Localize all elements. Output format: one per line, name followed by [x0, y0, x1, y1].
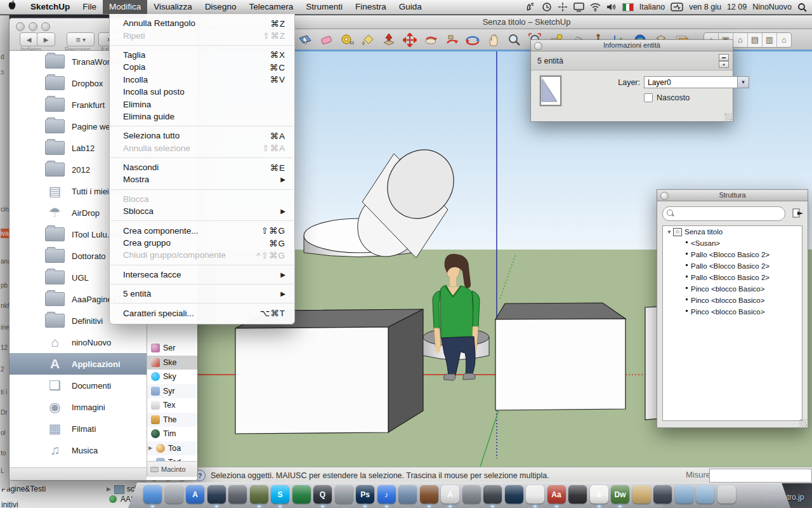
- layer-dropdown[interactable]: Layer0 ▼: [644, 76, 749, 88]
- dock-icon-ink[interactable]: [568, 485, 587, 504]
- large-box-left[interactable]: [235, 309, 423, 434]
- minimize-icon[interactable]: [29, 22, 37, 31]
- outliner-title-bar[interactable]: Struttura: [657, 190, 808, 201]
- display-icon[interactable]: [573, 2, 584, 12]
- menu-item-crea-gruppo[interactable]: Crea gruppo⌘G: [110, 237, 294, 249]
- menu-visualizza[interactable]: Visualizza: [147, 0, 199, 14]
- large-box-right[interactable]: [495, 303, 625, 410]
- menu-disegno[interactable]: Disegno: [199, 0, 243, 14]
- phone-icon[interactable]: [526, 2, 536, 12]
- sidebar-item-documenti[interactable]: ❑Documenti: [10, 375, 147, 396]
- tree-root-row[interactable]: ▼ ⌂ Senza titolo: [663, 226, 802, 237]
- rotate-tool-button[interactable]: [422, 32, 439, 48]
- dock-icon-game[interactable]: [250, 485, 268, 504]
- tree-row[interactable]: Pinco <blocco Basico>: [663, 306, 802, 318]
- dock-icon-system-preferences[interactable]: [165, 485, 183, 504]
- menu-finestra[interactable]: Finestra: [349, 0, 393, 14]
- list-item[interactable]: Tim: [147, 427, 198, 441]
- user-menu[interactable]: NinoNuovo: [752, 3, 792, 11]
- outliner-search-field[interactable]: [662, 206, 785, 221]
- app-menu-sketchup[interactable]: SketchUp: [24, 0, 76, 14]
- chevron-down-icon[interactable]: ▼: [737, 77, 749, 88]
- dock-icon-dreamweaver[interactable]: Dw: [611, 485, 629, 504]
- tree-row[interactable]: Pallo <Blocco Basico 2>: [663, 249, 802, 260]
- tree-row[interactable]: Pinco <blocco Basico>: [663, 283, 802, 295]
- paint-bucket-tool-button[interactable]: [360, 32, 376, 48]
- dock-icon-documents-folder[interactable]: [675, 485, 693, 504]
- dock-icon-app-store[interactable]: A: [186, 485, 204, 504]
- menu-item-sblocca[interactable]: Sblocca▶: [110, 205, 294, 217]
- dock-icon-garageband[interactable]: [420, 485, 438, 504]
- apple-menu[interactable]: [0, 0, 24, 14]
- collapse-widget[interactable]: ▬▲: [719, 54, 728, 67]
- dock-icon-quicktime[interactable]: Q: [313, 485, 332, 504]
- dock-icon-photo-app[interactable]: [653, 485, 672, 504]
- menu-item-elimina[interactable]: Elimina: [110, 98, 294, 110]
- dock-icon-safari[interactable]: [207, 485, 226, 504]
- dock-icon-dvd-player[interactable]: [292, 485, 311, 504]
- menu-item-elimina-guide[interactable]: Elimina guide: [110, 110, 294, 123]
- sidebar-item-applicazioni[interactable]: AApplicazioni: [10, 353, 147, 375]
- dock-icon-acrobat-reader[interactable]: A: [441, 485, 459, 504]
- list-item[interactable]: The: [147, 413, 198, 427]
- entity-info-title-bar[interactable]: Informazioni entità: [531, 40, 733, 51]
- close-icon[interactable]: [534, 42, 542, 50]
- time-machine-icon[interactable]: [542, 2, 552, 12]
- resize-grip[interactable]: [724, 113, 732, 121]
- zoom-tool-button[interactable]: [506, 32, 523, 48]
- spotlight-icon[interactable]: [797, 3, 807, 12]
- zoom-icon[interactable]: [41, 22, 50, 31]
- menu-item-copia[interactable]: Copia⌘C: [110, 61, 294, 73]
- menu-item-interseca-facce[interactable]: Interseca facce▶: [110, 269, 294, 281]
- search-input[interactable]: [676, 208, 780, 220]
- move-tool-button[interactable]: [402, 32, 418, 48]
- view-front-button[interactable]: ⌂: [733, 33, 748, 47]
- switcher-icon[interactable]: [671, 3, 683, 11]
- pan-tool-button[interactable]: [485, 32, 502, 48]
- dock-icon-calendar[interactable]: 8: [590, 485, 608, 504]
- list-item[interactable]: Ser: [147, 341, 198, 356]
- dock-icon-maps[interactable]: [505, 485, 523, 504]
- dock-icon-photoshop[interactable]: Ps: [356, 485, 374, 504]
- view-left-button[interactable]: ⌂: [777, 33, 791, 47]
- details-filter-icon[interactable]: [792, 207, 804, 218]
- list-item-selected[interactable]: Ske: [147, 356, 198, 370]
- forward-button[interactable]: ▶: [37, 32, 55, 46]
- crosshair-icon[interactable]: [558, 2, 568, 12]
- dock-icon-downloads-folder[interactable]: [696, 485, 714, 504]
- dock-icon-skype[interactable]: S: [271, 485, 289, 504]
- disclosure-triangle-icon[interactable]: ▼: [667, 229, 673, 235]
- sidebar-item-musica[interactable]: ♫Musica: [10, 439, 147, 461]
- push-pull-tool-button[interactable]: [381, 32, 397, 48]
- dock-icon-finder[interactable]: [143, 485, 162, 504]
- dock-icon-installer[interactable]: [462, 485, 481, 504]
- menu-modifica[interactable]: Modifica: [103, 0, 147, 14]
- tree-row[interactable]: <Susan>: [663, 237, 802, 249]
- resize-grip[interactable]: [799, 419, 807, 427]
- dock-icon-mail[interactable]: [398, 485, 417, 504]
- menu-item-annulla-rettangolo[interactable]: Annulla Rettangolo⌘Z: [110, 17, 294, 29]
- input-language-label[interactable]: Italiano: [639, 3, 665, 11]
- dock-icon-itunes[interactable]: ♪: [377, 485, 396, 504]
- close-icon[interactable]: [16, 22, 25, 31]
- sidebar-item-filmati[interactable]: ▦Filmati: [10, 418, 147, 439]
- wifi-icon[interactable]: [590, 3, 601, 11]
- dock-icon-iphoto[interactable]: [483, 485, 502, 504]
- dock-icon-textedit[interactable]: [526, 485, 544, 504]
- select-tool-button[interactable]: [297, 32, 313, 48]
- dock-icon-photos[interactable]: [228, 485, 247, 504]
- menu-bar-clock[interactable]: 12 09: [727, 3, 747, 11]
- menu-bar-date[interactable]: ven 8 giu: [689, 3, 721, 11]
- menu-item-nascondi[interactable]: Nascondi⌘E: [110, 161, 294, 173]
- menu-item-taglia[interactable]: Taglia⌘X: [110, 49, 294, 61]
- tape-measure-tool-button[interactable]: [339, 32, 355, 48]
- menu-item-incolla[interactable]: Incolla⌘V: [110, 74, 294, 86]
- list-item[interactable]: Syr: [147, 384, 198, 399]
- sidebar-item-ninonuovo[interactable]: ⌂ninoNuovo: [10, 331, 147, 353]
- tree-row[interactable]: Pallo <Blocco Basico 2>: [663, 260, 802, 272]
- back-button[interactable]: ◀: [20, 32, 38, 46]
- italian-flag-icon[interactable]: [622, 3, 634, 11]
- dock-icon-contacts[interactable]: [632, 485, 651, 504]
- dock-icon-trash[interactable]: [717, 485, 736, 504]
- disclosure-triangle-icon[interactable]: ▶: [107, 486, 111, 492]
